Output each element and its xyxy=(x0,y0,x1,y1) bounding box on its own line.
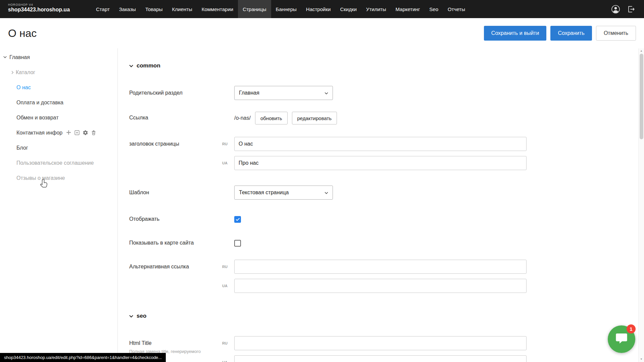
field-label: Html Title Полная замена title, генериру… xyxy=(129,336,222,354)
chat-icon xyxy=(615,332,628,347)
pages-tree-sidebar: Главная Каталог О нас Оплата и доставка … xyxy=(0,48,118,362)
section-seo[interactable]: seo xyxy=(129,313,644,319)
nav-pages[interactable]: Страницы xyxy=(238,0,271,18)
page-title: О нас xyxy=(8,27,37,40)
save-button[interactable]: Сохранить xyxy=(550,26,592,41)
row-alt-link: Альтернативная ссылка RU UA xyxy=(129,260,644,293)
logout-icon[interactable] xyxy=(627,5,635,13)
nav-seo[interactable]: Seo xyxy=(425,0,443,18)
nav-discounts[interactable]: Скидки xyxy=(335,0,361,18)
row-parent-section: Родительский раздел Главная xyxy=(129,86,644,100)
nav-clients[interactable]: Клиенты xyxy=(167,0,197,18)
cancel-button[interactable]: Отменить xyxy=(596,26,636,41)
html-title-ua-input[interactable] xyxy=(234,355,527,362)
chevron-down-icon xyxy=(325,90,328,96)
main-area: Главная Каталог О нас Оплата и доставка … xyxy=(0,48,644,362)
field-label: Отображать xyxy=(129,216,234,222)
section-title: seo xyxy=(137,313,146,319)
tree-item-label: Отзывы о магазине xyxy=(16,175,65,181)
nav-orders[interactable]: Заказы xyxy=(114,0,141,18)
tree-item-label: Пользовательское соглашение xyxy=(16,160,94,166)
save-and-exit-button[interactable]: Сохранить и выйти xyxy=(484,26,547,41)
check-icon xyxy=(236,216,240,222)
field-label: Шаблон xyxy=(129,186,234,196)
brand-version: HOROSHOP V4 xyxy=(8,3,91,6)
chevron-down-icon[interactable] xyxy=(3,56,7,58)
brand[interactable]: HOROSHOP V4 shop34423.horoshop.ua xyxy=(0,0,91,18)
chevron-down-icon xyxy=(325,190,328,196)
sitemap-checkbox[interactable] xyxy=(234,240,241,247)
scrollbar-thumb[interactable] xyxy=(640,54,643,139)
tree-item-label: Обмен и возврат xyxy=(16,115,58,121)
tree-item-otzyvy[interactable]: Отзывы о магазине xyxy=(0,170,117,186)
html-title-label: Html Title xyxy=(129,340,222,346)
select-value: Текстовая страница xyxy=(239,190,289,196)
section-common[interactable]: common xyxy=(129,62,644,69)
page-title-ru-input[interactable] xyxy=(234,137,527,151)
link-path: /o-nas/ xyxy=(234,115,251,121)
tree-item-label: О нас xyxy=(16,85,31,91)
topbar-right xyxy=(611,0,644,18)
tree-item-oplata[interactable]: Оплата и доставка xyxy=(0,95,117,110)
field-label: Родительский раздел xyxy=(129,86,234,96)
header-buttons: Сохранить и выйти Сохранить Отменить xyxy=(484,26,636,41)
nav-banners[interactable]: Баннеры xyxy=(271,0,301,18)
lang-tag-ru: RU xyxy=(222,336,231,345)
page-edit-form: common Родительский раздел Главная Ссылк… xyxy=(118,48,644,362)
tree-item-label: Блог xyxy=(16,145,28,151)
alt-link-ua-input[interactable] xyxy=(234,279,527,293)
chat-badge: 1 xyxy=(627,324,636,333)
lang-tag-ua: UA xyxy=(222,279,231,288)
alt-link-ru-input[interactable] xyxy=(234,260,527,274)
tree-item-katalog[interactable]: Каталог xyxy=(0,65,117,80)
nav-marketing[interactable]: Маркетинг xyxy=(391,0,425,18)
tree-item-polzovatelskoe[interactable]: Пользовательское соглашение xyxy=(0,155,117,170)
tree-item-glavnaya[interactable]: Главная xyxy=(0,50,117,65)
template-select[interactable]: Текстовая страница xyxy=(234,186,333,200)
account-icon[interactable] xyxy=(611,5,620,14)
brand-domain: shop34423.horoshop.ua xyxy=(8,7,91,13)
chevron-down-icon xyxy=(129,62,133,69)
field-label: Ссылка xyxy=(129,111,234,121)
html-title-ru-input[interactable] xyxy=(234,336,527,350)
field-label: Показывать в карте сайта xyxy=(129,240,234,246)
nav-start[interactable]: Старт xyxy=(91,0,114,18)
tree-item-label: Главная xyxy=(9,54,30,60)
lang-tag-ua: UA xyxy=(222,156,231,165)
lang-tag-ua: UA xyxy=(222,355,231,362)
topbar: HOROSHOP V4 shop34423.horoshop.ua Старт … xyxy=(0,0,644,18)
chevron-right-icon[interactable] xyxy=(11,71,14,74)
chat-widget-button[interactable]: 1 xyxy=(608,325,635,353)
tree-item-blog[interactable]: Блог xyxy=(0,140,117,155)
field-label: заголовок страницы xyxy=(129,137,222,147)
parent-section-select[interactable]: Главная xyxy=(234,86,333,100)
tree-item-o-nas[interactable]: О нас xyxy=(0,80,117,95)
page-header: О нас Сохранить и выйти Сохранить Отмени… xyxy=(0,18,644,48)
tree-item-label: Контактная инфор xyxy=(16,130,62,136)
gear-icon[interactable] xyxy=(83,130,88,136)
scroll-down-arrow[interactable]: ▼ xyxy=(640,357,643,362)
row-link: Ссылка /o-nas/ обновить редактировать xyxy=(129,111,644,125)
nav-products[interactable]: Товары xyxy=(141,0,167,18)
move-icon[interactable] xyxy=(66,130,71,136)
trash-icon[interactable] xyxy=(91,130,96,136)
lang-tag-ru: RU xyxy=(222,260,231,269)
row-page-title: заголовок страницы RU UA xyxy=(129,137,644,170)
nav-reports[interactable]: Отчеты xyxy=(443,0,470,18)
tree-item-kontaktnaya[interactable]: Контактная инфор xyxy=(0,125,117,140)
scrollbar[interactable]: ▲ ▼ xyxy=(638,48,644,362)
add-icon[interactable] xyxy=(74,130,80,136)
page-title-ua-input[interactable] xyxy=(234,156,527,170)
row-display: Отображать xyxy=(129,216,644,223)
scroll-up-arrow[interactable]: ▲ xyxy=(640,48,643,54)
select-value: Главная xyxy=(239,90,259,96)
nav-settings[interactable]: Настройки xyxy=(301,0,336,18)
display-checkbox[interactable] xyxy=(234,216,241,223)
tree-item-obmen[interactable]: Обмен и возврат xyxy=(0,110,117,125)
nav-comments[interactable]: Комментарии xyxy=(197,0,238,18)
link-edit-button[interactable]: редактировать xyxy=(292,112,337,124)
nav-utilities[interactable]: Утилиты xyxy=(361,0,391,18)
link-update-button[interactable]: обновить xyxy=(255,112,288,124)
lang-tag-ru: RU xyxy=(222,137,231,146)
tree-item-actions xyxy=(66,130,96,136)
